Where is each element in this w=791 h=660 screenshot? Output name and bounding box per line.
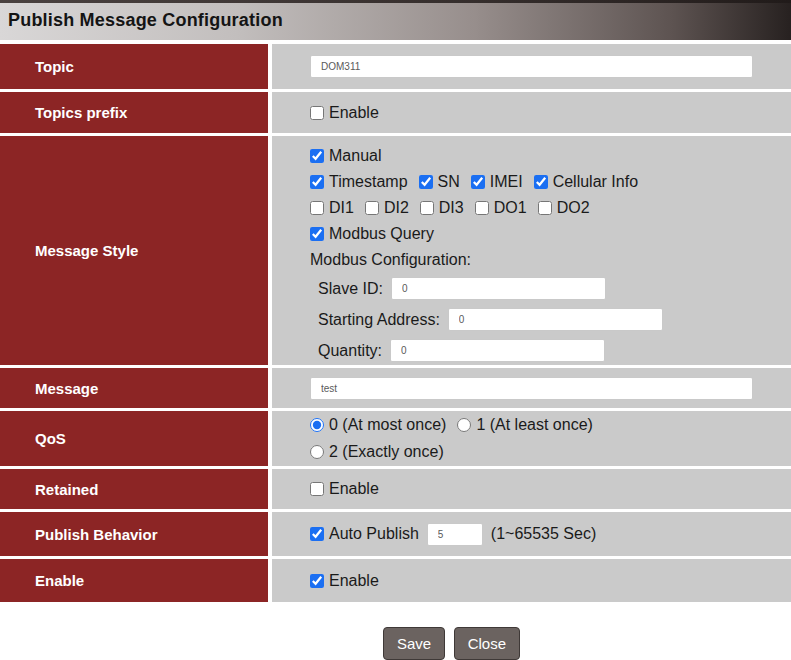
quantity-label: Quantity: — [318, 342, 382, 360]
starting-address-row: Starting Address: — [310, 308, 663, 331]
topics-prefix-enable-text: Enable — [329, 104, 379, 122]
qos-line-1: 0 (At most once) 1 (At least once) — [310, 416, 593, 434]
cellular-info-text: Cellular Info — [553, 173, 638, 191]
do1-option: DO1 — [475, 199, 527, 217]
row-message: Message — [0, 368, 791, 408]
topic-input[interactable] — [310, 55, 753, 78]
modbus-configuration-heading: Modbus Configuration: — [310, 251, 471, 269]
qos-1-option: 1 (At least once) — [457, 416, 593, 434]
cellular-info-option: Cellular Info — [534, 173, 638, 191]
di2-checkbox[interactable] — [365, 201, 379, 215]
qos-1-text: 1 (At least once) — [476, 416, 593, 434]
modbus-query-option: Modbus Query — [310, 225, 434, 243]
auto-publish-text: Auto Publish — [329, 525, 419, 543]
message-style-line-io: DI1 DI2 DI3 DO1 DO2 — [310, 199, 590, 217]
di3-text: DI3 — [439, 199, 464, 217]
retained-enable-checkbox[interactable] — [310, 482, 324, 496]
enable-checkbox[interactable] — [310, 574, 324, 588]
footer-button-bar: Save Close — [0, 605, 791, 660]
modbus-query-checkbox[interactable] — [310, 227, 324, 241]
message-style-line-meta: Timestamp SN IMEI Cellular Info — [310, 173, 638, 191]
row-topics-prefix: Topics prefix Enable — [0, 92, 791, 133]
retained-enable-option: Enable — [310, 480, 379, 498]
qos-label: QoS — [0, 411, 268, 466]
imei-checkbox[interactable] — [471, 175, 485, 189]
sn-option: SN — [419, 173, 460, 191]
di1-option: DI1 — [310, 199, 354, 217]
publish-behavior-label: Publish Behavior — [0, 512, 268, 556]
auto-publish-option: Auto Publish — [310, 525, 419, 543]
imei-option: IMEI — [471, 173, 523, 191]
enable-label: Enable — [0, 559, 268, 602]
do1-checkbox[interactable] — [475, 201, 489, 215]
save-button[interactable]: Save — [383, 627, 445, 660]
auto-publish-range-hint: (1~65535 Sec) — [491, 525, 596, 543]
row-enable: Enable Enable — [0, 559, 791, 602]
page-header: Publish Message Configuration — [0, 0, 791, 40]
di3-checkbox[interactable] — [420, 201, 434, 215]
auto-publish-checkbox[interactable] — [310, 527, 324, 541]
slave-id-label: Slave ID: — [318, 280, 383, 298]
row-qos: QoS 0 (At most once) 1 (At least once) 2… — [0, 411, 791, 466]
qos-line-2: 2 (Exactly once) — [310, 443, 444, 461]
timestamp-text: Timestamp — [329, 173, 408, 191]
message-style-line-modbus-query: Modbus Query — [310, 225, 434, 243]
starting-address-input[interactable] — [448, 308, 663, 331]
qos-2-text: 2 (Exactly once) — [329, 443, 444, 461]
qos-2-option: 2 (Exactly once) — [310, 443, 444, 461]
manual-text: Manual — [329, 147, 381, 165]
cellular-info-checkbox[interactable] — [534, 175, 548, 189]
publish-message-configuration-page: Publish Message Configuration Topic Topi… — [0, 0, 791, 660]
quantity-input[interactable] — [390, 339, 605, 362]
topics-prefix-enable-option: Enable — [310, 104, 379, 122]
topic-label: Topic — [0, 44, 268, 89]
slave-id-row: Slave ID: — [310, 277, 606, 300]
starting-address-label: Starting Address: — [318, 311, 440, 329]
do2-text: DO2 — [557, 199, 590, 217]
qos-2-radio[interactable] — [310, 445, 324, 459]
row-retained: Retained Enable — [0, 469, 791, 509]
manual-checkbox[interactable] — [310, 149, 324, 163]
qos-1-radio[interactable] — [457, 418, 471, 432]
di2-option: DI2 — [365, 199, 409, 217]
qos-0-text: 0 (At most once) — [329, 416, 446, 434]
qos-0-radio[interactable] — [310, 418, 324, 432]
do2-checkbox[interactable] — [538, 201, 552, 215]
di1-checkbox[interactable] — [310, 201, 324, 215]
sn-text: SN — [438, 173, 460, 191]
retained-label: Retained — [0, 469, 268, 509]
do1-text: DO1 — [494, 199, 527, 217]
di3-option: DI3 — [420, 199, 464, 217]
do2-option: DO2 — [538, 199, 590, 217]
auto-publish-interval-input[interactable] — [427, 523, 483, 546]
topics-prefix-label: Topics prefix — [0, 92, 268, 133]
imei-text: IMEI — [490, 173, 523, 191]
di1-text: DI1 — [329, 199, 354, 217]
di2-text: DI2 — [384, 199, 409, 217]
message-style-label: Message Style — [0, 136, 268, 365]
sn-checkbox[interactable] — [419, 175, 433, 189]
close-button[interactable]: Close — [454, 627, 520, 660]
enable-option: Enable — [310, 572, 379, 590]
page-title: Publish Message Configuration — [8, 10, 283, 31]
message-label: Message — [0, 368, 268, 408]
enable-text: Enable — [329, 572, 379, 590]
retained-enable-text: Enable — [329, 480, 379, 498]
row-message-style: Message Style Manual Timestamp SN — [0, 136, 791, 365]
row-publish-behavior: Publish Behavior Auto Publish (1~65535 S… — [0, 512, 791, 556]
timestamp-checkbox[interactable] — [310, 175, 324, 189]
message-style-line-manual: Manual — [310, 147, 381, 165]
manual-option: Manual — [310, 147, 381, 165]
topics-prefix-enable-checkbox[interactable] — [310, 106, 324, 120]
modbus-query-text: Modbus Query — [329, 225, 434, 243]
quantity-row: Quantity: — [310, 339, 605, 362]
timestamp-option: Timestamp — [310, 173, 408, 191]
message-input[interactable] — [310, 377, 753, 400]
slave-id-input[interactable] — [391, 277, 606, 300]
row-topic: Topic — [0, 44, 791, 89]
qos-0-option: 0 (At most once) — [310, 416, 446, 434]
